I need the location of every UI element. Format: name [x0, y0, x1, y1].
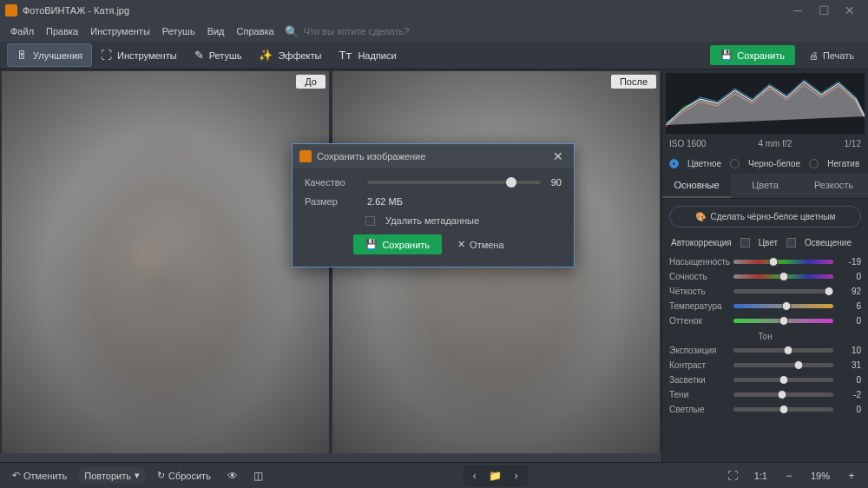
canvas-before[interactable]: До — [2, 71, 329, 460]
close-icon: ✕ — [457, 239, 465, 250]
tone-section-title: Тон — [662, 328, 868, 343]
color-row-3: Температура6 — [662, 299, 868, 313]
tone-value-1: 31 — [838, 360, 861, 370]
dialog-cancel-button[interactable]: ✕Отмена — [449, 234, 512, 254]
tab-enhance[interactable]: 🎚Улучшения — [7, 43, 92, 67]
side-panel: ISO 1600 4 mm f/2 1/12 Цветное Черно-бел… — [661, 69, 868, 462]
fit-screen-button[interactable]: ⛶ — [723, 467, 742, 485]
color-slider-3[interactable] — [733, 304, 833, 308]
save-dialog: Сохранить изображение ✕ Качество 90 Разм… — [292, 143, 575, 267]
save-button[interactable]: 💾Сохранить — [710, 45, 795, 65]
zoom-out-button[interactable]: − — [779, 467, 799, 485]
after-label: После — [611, 75, 656, 89]
close-button[interactable]: ✕ — [837, 0, 863, 21]
menu-help[interactable]: Справка — [232, 24, 279, 38]
color-slider-1[interactable] — [733, 274, 833, 279]
quality-value: 90 — [551, 177, 562, 188]
chevron-down-icon: ▾ — [135, 470, 140, 481]
tab-effects[interactable]: ✨Эффекты — [250, 44, 330, 66]
quality-label: Качество — [305, 177, 357, 188]
actual-size-button[interactable]: 1:1 — [749, 468, 773, 484]
eye-toggle[interactable]: 👁 — [223, 467, 242, 485]
brush-icon: ✎ — [194, 49, 204, 62]
tone-value-3: -2 — [838, 390, 861, 399]
menu-bar: Файл Правка Инструменты Ретушь Вид Справ… — [0, 21, 868, 42]
text-icon: Tᴛ — [339, 49, 352, 62]
radio-negative[interactable] — [809, 159, 819, 168]
main-toolbar: 🎚Улучшения ⛶Инструменты ✎Ретушь ✨Эффекты… — [0, 42, 868, 69]
search-input[interactable]: Что вы хотите сделать? — [304, 26, 410, 36]
tone-slider-1[interactable] — [733, 363, 833, 367]
radio-color[interactable] — [669, 159, 679, 168]
minimize-button[interactable]: ─ — [785, 0, 811, 21]
compare-toggle[interactable]: ◫ — [249, 467, 268, 485]
iso-value: ISO 1600 — [669, 139, 706, 148]
checkbox-color[interactable] — [740, 238, 750, 247]
color-label-3: Температура — [669, 301, 728, 311]
reset-button[interactable]: ↻Сбросить — [152, 467, 216, 484]
color-row-2: Чёткость92 — [662, 284, 868, 299]
histogram[interactable] — [666, 73, 865, 134]
menu-edit[interactable]: Правка — [41, 24, 83, 38]
menu-retouch[interactable]: Ретушь — [157, 24, 201, 38]
dialog-save-button[interactable]: 💾Сохранить — [353, 234, 442, 254]
menu-tools[interactable]: Инструменты — [85, 24, 155, 38]
tone-slider-0[interactable] — [733, 348, 833, 353]
tone-slider-3[interactable] — [733, 392, 833, 397]
print-button[interactable]: 🖨Печать — [802, 45, 861, 65]
search-icon: 🔍 — [285, 25, 299, 38]
dialog-close-button[interactable]: ✕ — [549, 149, 567, 163]
tone-label-4: Светлые — [669, 405, 728, 414]
color-label-2: Чёткость — [669, 287, 728, 296]
size-label: Размер — [305, 196, 357, 207]
color-slider-0[interactable] — [733, 260, 833, 264]
tab-text[interactable]: TᴛНадписи — [330, 44, 404, 66]
color-value-4: 0 — [838, 316, 861, 326]
color-value-3: 6 — [838, 301, 861, 311]
tone-value-4: 0 — [838, 405, 861, 414]
folder-button[interactable]: 📁 — [486, 467, 505, 485]
before-label: До — [296, 75, 326, 89]
maximize-button[interactable]: ☐ — [811, 0, 837, 21]
wand-icon: ✨ — [259, 49, 273, 62]
tone-slider-4[interactable] — [733, 407, 833, 412]
zoom-value: 19% — [806, 468, 835, 484]
tone-slider-2[interactable] — [733, 378, 833, 382]
sidetab-colors[interactable]: Цвета — [731, 174, 799, 198]
color-slider-2[interactable] — [733, 289, 833, 293]
menu-file[interactable]: Файл — [5, 24, 39, 38]
color-row-0: Насыщенность-19 — [662, 254, 868, 269]
save-icon: 💾 — [720, 49, 733, 61]
checkbox-light[interactable] — [786, 238, 796, 247]
window-title: ФотоВИНТАЖ - Катя.jpg — [23, 5, 785, 16]
tab-tools[interactable]: ⛶Инструменты — [92, 44, 186, 66]
menu-view[interactable]: Вид — [202, 24, 230, 38]
crop-icon: ⛶ — [101, 49, 112, 62]
reset-icon: ↻ — [157, 470, 165, 481]
sidetab-basic[interactable]: Основные — [662, 174, 731, 198]
zoom-in-button[interactable]: + — [842, 467, 861, 485]
radio-bw[interactable] — [730, 159, 740, 168]
undo-button[interactable]: ↶Отменить — [7, 467, 72, 484]
redo-button[interactable]: Повторить ▾ — [79, 467, 145, 484]
sliders-icon: 🎚 — [16, 49, 28, 62]
prev-button[interactable]: ‹ — [465, 467, 484, 485]
quality-slider[interactable] — [367, 181, 541, 184]
colorize-bw-button[interactable]: 🎨 Сделать чёрно-белое цветным — [669, 206, 861, 228]
sidetab-sharpness[interactable]: Резкость — [799, 174, 868, 198]
app-icon — [5, 4, 17, 16]
tone-value-2: 0 — [838, 375, 861, 385]
tab-retouch[interactable]: ✎Ретушь — [186, 44, 251, 66]
page-value: 1/12 — [845, 139, 861, 148]
color-label-4: Оттенок — [669, 316, 728, 326]
color-slider-4[interactable] — [733, 319, 833, 323]
tone-row-4: Светлые0 — [662, 402, 868, 417]
tone-value-0: 10 — [838, 346, 861, 355]
metadata-checkbox[interactable] — [365, 216, 375, 226]
tone-row-2: Засветки0 — [662, 373, 868, 387]
tone-row-3: Тени-2 — [662, 387, 868, 402]
autocorrection-label: Автокоррекция — [671, 238, 732, 247]
color-value-0: -19 — [838, 257, 861, 267]
horizontal-scrollbar[interactable] — [0, 453, 661, 462]
next-button[interactable]: › — [507, 467, 526, 485]
